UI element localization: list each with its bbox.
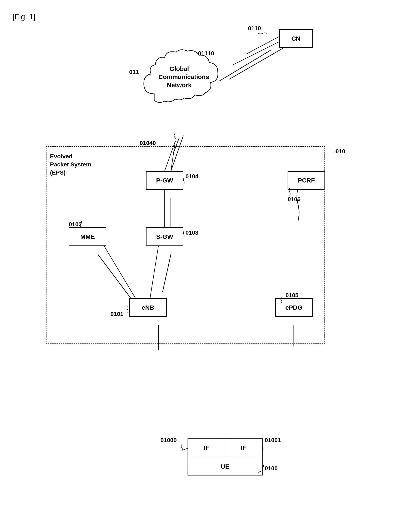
enb-ref: 0101 [110, 311, 123, 318]
cloud-label: GlobalCommunicationsNetwork [158, 65, 200, 89]
enb-node: eNB [129, 298, 167, 317]
ue-container: IF IF UE [188, 438, 263, 476]
sgw-ref: 0103 [186, 229, 198, 236]
ue-ref: 0100 [265, 465, 278, 472]
pgw-node: P-GW [146, 171, 183, 190]
svg-line-16 [182, 448, 188, 451]
fig-label: [Fig. 1] [13, 13, 35, 21]
cn-ref-label: 0110 [248, 25, 261, 32]
page: [Fig. 1] CN 0110 Glo [0, 0, 407, 532]
svg-line-0 [229, 48, 283, 79]
ue-cell: UE [188, 457, 262, 476]
svg-line-9 [246, 37, 279, 54]
svg-line-10 [233, 42, 279, 65]
if2-ref: 01001 [265, 437, 281, 444]
mme-ref: 0102 [69, 221, 82, 228]
svg-line-1 [219, 50, 271, 81]
ref-01040: 01040 [140, 140, 156, 146]
cn-node: CN [279, 29, 313, 48]
if1-cell: IF [188, 439, 225, 457]
epdg-ref: 0105 [285, 292, 298, 299]
mme-node: MME [69, 227, 106, 246]
pcrf-ref: 0106 [288, 196, 300, 203]
cloud-ref-011: 011 [129, 69, 139, 75]
sgw-node: S-GW [146, 227, 183, 246]
eps-label: Evolved Packet System (EPS) [50, 152, 91, 177]
eps-ref: 010 [336, 148, 345, 155]
pgw-ref: 0104 [186, 173, 198, 180]
if2-cell: IF [225, 439, 262, 457]
epdg-node: ePDG [275, 298, 313, 317]
if1-ref: 01000 [160, 437, 177, 444]
cloud-ref-01110: 01110 [198, 50, 214, 57]
pcrf-node: PCRF [288, 171, 325, 190]
